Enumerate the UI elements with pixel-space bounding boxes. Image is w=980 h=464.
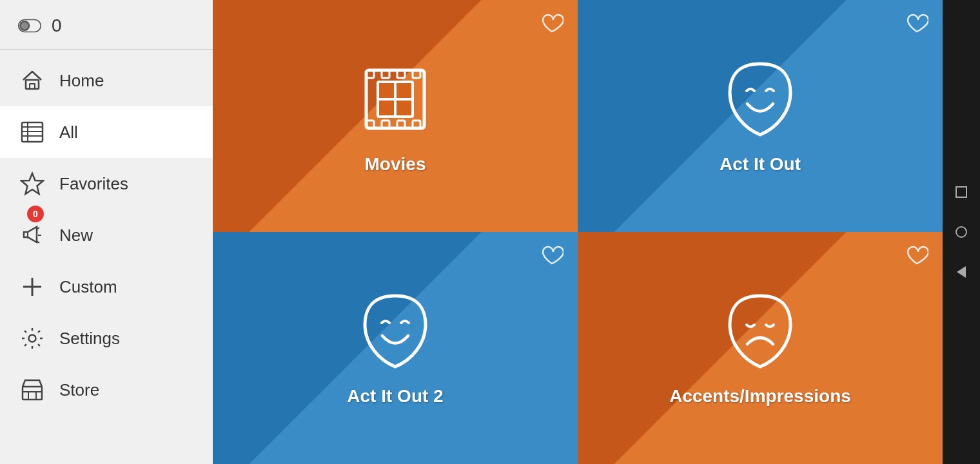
sidebar-item-home-label: Home (59, 71, 104, 91)
sidebar-nav: Home All Favorites (0, 50, 213, 421)
svg-point-15 (29, 335, 36, 342)
grid-cell-act-it-out-2[interactable]: Act It Out 2 (213, 232, 578, 464)
heart-icon-act2[interactable] (540, 244, 564, 269)
plus-icon (18, 273, 46, 301)
sidebar-item-favorites[interactable]: Favorites (0, 158, 213, 209)
film-icon (353, 57, 437, 144)
heart-icon-act[interactable] (905, 12, 928, 37)
svg-rect-16 (23, 387, 42, 400)
sidebar-item-settings[interactable]: Settings (0, 313, 213, 364)
all-icon (18, 118, 46, 146)
svg-rect-17 (28, 392, 36, 400)
sidebar-item-custom[interactable]: Custom (0, 261, 213, 313)
sidebar-header: 0 (0, 0, 213, 50)
sidebar-item-custom-label: Custom (59, 277, 117, 297)
android-recent-button[interactable] (954, 185, 968, 199)
new-icon (18, 221, 46, 249)
toggle-icon[interactable] (15, 12, 44, 40)
comedy-mask-2-icon (353, 289, 437, 376)
svg-marker-9 (21, 173, 43, 194)
android-navbar (943, 0, 980, 464)
android-home-button[interactable] (954, 225, 968, 239)
sidebar-item-new[interactable]: 0 New (0, 209, 213, 261)
star-icon (18, 169, 46, 198)
sidebar-counter: 0 (52, 15, 62, 36)
sidebar-item-favorites-label: Favorites (59, 174, 128, 194)
sidebar-item-all-label: All (59, 122, 78, 142)
store-icon (18, 376, 46, 404)
grid-cell-movies[interactable]: Movies (213, 0, 578, 232)
sidebar-item-settings-label: Settings (59, 329, 120, 349)
home-icon (18, 66, 46, 95)
svg-point-1 (20, 21, 29, 30)
grid-cell-accents-label: Accents/Impressions (669, 386, 851, 407)
sidebar-item-new-label: New (59, 226, 93, 246)
android-back-button[interactable] (954, 265, 968, 279)
heart-icon-accents[interactable] (905, 244, 928, 269)
sidebar-item-store-label: Store (59, 380, 99, 400)
grid-cell-accents[interactable]: Accents/Impressions (578, 232, 943, 464)
sidebar: 0 Home (0, 0, 213, 464)
tragedy-mask-icon (718, 289, 802, 376)
grid-cell-act-it-out[interactable]: Act It Out (578, 0, 943, 232)
grid-cell-act-it-out-label: Act It Out (720, 154, 801, 175)
grid-cell-act-it-out-2-label: Act It Out 2 (347, 386, 443, 407)
heart-icon-movies[interactable] (540, 12, 564, 37)
sidebar-item-home[interactable]: Home (0, 55, 213, 106)
new-badge: 0 (27, 206, 44, 222)
gear-icon (18, 324, 46, 353)
comedy-mask-icon (718, 57, 802, 144)
sidebar-item-store[interactable]: Store (0, 364, 213, 416)
grid-cell-movies-label: Movies (365, 154, 426, 175)
sidebar-item-all[interactable]: All (0, 106, 213, 158)
main-grid: Movies Act It Out (213, 0, 943, 464)
